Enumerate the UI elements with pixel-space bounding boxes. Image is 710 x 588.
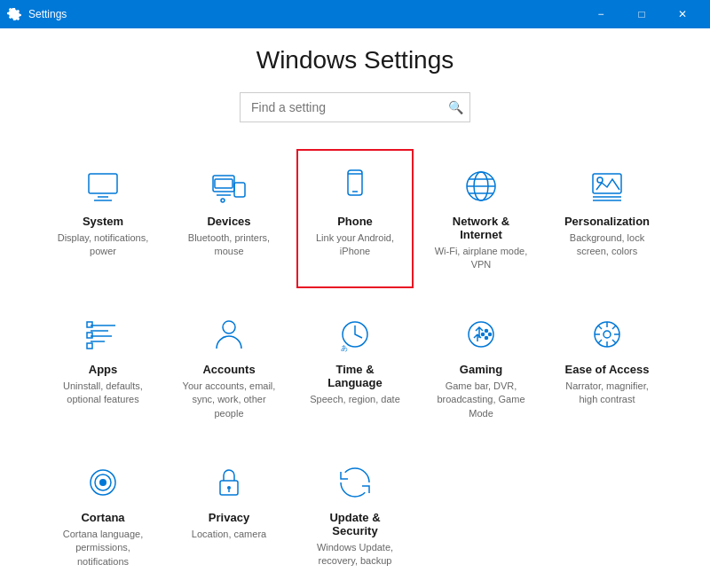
title-bar: Settings − □ ✕	[0, 0, 710, 28]
settings-item-desc-apps: Uninstall, defaults, optional features	[55, 380, 151, 407]
search-bar: 🔍	[36, 92, 674, 122]
settings-item-cortana[interactable]: CortanaCortana language, permissions, no…	[44, 445, 162, 584]
settings-item-title-system: System	[83, 215, 123, 228]
settings-grid: SystemDisplay, notifications, power Devi…	[44, 149, 666, 584]
phone-icon	[334, 165, 376, 208]
svg-point-47	[99, 479, 106, 486]
svg-point-17	[597, 177, 603, 183]
settings-item-title-devices: Devices	[207, 215, 250, 228]
personalization-icon	[586, 165, 628, 208]
settings-item-accounts[interactable]: AccountsYour accounts, email, sync, work…	[170, 297, 288, 436]
settings-item-update[interactable]: Update & SecurityWindows Update, recover…	[296, 445, 414, 584]
title-bar-left: Settings	[7, 7, 67, 21]
title-bar-controls: − □ ✕	[580, 0, 703, 28]
svg-line-42	[612, 340, 616, 343]
svg-rect-25	[87, 333, 92, 338]
system-icon	[82, 165, 124, 208]
ease-icon	[586, 313, 628, 356]
svg-line-41	[598, 325, 602, 329]
settings-item-title-cortana: Cortana	[81, 511, 124, 524]
settings-item-desc-system: Display, notifications, power	[55, 231, 151, 259]
settings-item-privacy[interactable]: PrivacyLocation, camera	[170, 445, 288, 584]
svg-point-34	[482, 333, 485, 335]
settings-item-desc-personalization: Background, lock screen, colors	[559, 231, 655, 259]
settings-item-desc-accounts: Your accounts, email, sync, work, other …	[181, 380, 277, 420]
settings-item-gaming[interactable]: GamingGame bar, DVR, broadcasting, Game …	[422, 297, 540, 436]
svg-rect-4	[234, 183, 245, 197]
svg-rect-24	[87, 322, 92, 327]
settings-item-personalization[interactable]: PersonalizationBackground, lock screen, …	[548, 149, 666, 288]
settings-item-desc-ease: Narrator, magnifier, high contrast	[559, 380, 655, 407]
minimize-button[interactable]: −	[580, 0, 621, 28]
svg-rect-3	[213, 176, 234, 192]
svg-point-31	[485, 329, 488, 332]
settings-item-title-phone: Phone	[337, 215, 373, 228]
devices-icon	[208, 165, 250, 208]
settings-item-title-ease: Ease of Access	[565, 363, 650, 376]
svg-point-27	[223, 321, 235, 333]
settings-item-title-gaming: Gaming	[460, 363, 502, 376]
maximize-button[interactable]: □	[621, 0, 662, 28]
main-content: Windows Settings 🔍 SystemDisplay, notifi…	[0, 28, 710, 588]
accounts-icon	[208, 313, 250, 356]
svg-rect-0	[89, 174, 117, 193]
settings-item-desc-devices: Bluetooth, printers, mouse	[181, 231, 277, 259]
svg-rect-16	[593, 174, 621, 193]
settings-item-desc-time: Speech, region, date	[310, 393, 400, 406]
svg-line-44	[598, 340, 602, 343]
settings-item-title-update: Update & Security	[307, 511, 403, 537]
svg-text:あ: あ	[341, 344, 348, 352]
settings-item-phone[interactable]: PhoneLink your Android, iPhone	[296, 149, 414, 288]
settings-item-title-apps: Apps	[89, 363, 118, 376]
svg-point-33	[485, 336, 488, 339]
svg-point-32	[489, 333, 492, 335]
svg-rect-26	[87, 343, 92, 349]
settings-item-title-accounts: Accounts	[202, 363, 255, 376]
svg-point-6	[221, 199, 225, 202]
time-icon: あ	[334, 313, 376, 356]
search-input[interactable]	[240, 92, 470, 122]
svg-rect-7	[215, 179, 233, 188]
svg-point-49	[227, 486, 231, 490]
settings-item-title-privacy: Privacy	[209, 511, 249, 524]
settings-item-title-network: Network & Internet	[433, 215, 529, 241]
search-wrapper: 🔍	[240, 92, 470, 122]
svg-line-43	[612, 325, 616, 329]
settings-app-icon	[7, 7, 21, 21]
update-icon	[334, 461, 376, 504]
cortana-icon	[82, 461, 124, 504]
settings-item-desc-gaming: Game bar, DVR, broadcasting, Game Mode	[433, 380, 529, 420]
close-button[interactable]: ✕	[662, 0, 703, 28]
gaming-icon	[460, 313, 502, 356]
settings-item-title-time: Time & Language	[307, 363, 403, 389]
settings-item-desc-update: Windows Update, recovery, backup	[307, 541, 403, 568]
title-bar-text: Settings	[28, 8, 67, 20]
settings-item-desc-phone: Link your Android, iPhone	[307, 231, 403, 259]
settings-item-system[interactable]: SystemDisplay, notifications, power	[44, 149, 162, 288]
search-icon: 🔍	[448, 100, 463, 114]
settings-item-devices[interactable]: DevicesBluetooth, printers, mouse	[170, 149, 288, 288]
settings-item-apps[interactable]: AppsUninstall, defaults, optional featur…	[44, 297, 162, 436]
page-title: Windows Settings	[36, 46, 674, 74]
svg-point-36	[604, 331, 611, 338]
settings-item-title-personalization: Personalization	[564, 215, 650, 228]
privacy-icon	[208, 461, 250, 504]
settings-item-ease[interactable]: Ease of AccessNarrator, magnifier, high …	[548, 297, 666, 436]
settings-item-time[interactable]: あ Time & LanguageSpeech, region, date	[296, 297, 414, 436]
apps-icon	[82, 313, 124, 356]
settings-item-desc-privacy: Location, camera	[192, 528, 266, 541]
settings-item-desc-cortana: Cortana language, permissions, notificat…	[55, 528, 151, 568]
settings-item-network[interactable]: Network & InternetWi-Fi, airplane mode, …	[422, 149, 540, 288]
settings-item-desc-network: Wi-Fi, airplane mode, VPN	[433, 245, 529, 272]
network-icon	[460, 165, 502, 208]
